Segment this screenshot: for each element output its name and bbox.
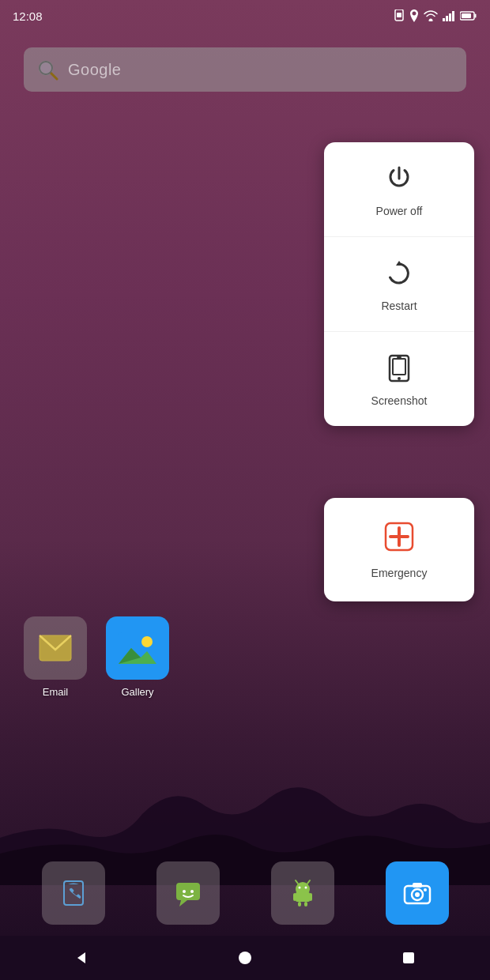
android-dock-icon[interactable] xyxy=(271,861,334,925)
search-icon xyxy=(35,57,60,82)
svg-rect-46 xyxy=(403,952,414,963)
restart-label: Restart xyxy=(381,300,416,312)
gallery-icon-box xyxy=(106,616,169,680)
messages-dock-icon[interactable] xyxy=(156,861,220,925)
svg-line-10 xyxy=(51,73,57,79)
power-icon xyxy=(385,164,413,197)
status-time: 12:08 xyxy=(13,9,43,23)
svg-line-34 xyxy=(307,880,310,884)
emergency-icon xyxy=(384,522,414,557)
emergency-label: Emergency xyxy=(371,567,428,579)
svg-rect-38 xyxy=(304,902,307,906)
svg-point-31 xyxy=(298,887,300,889)
svg-rect-30 xyxy=(296,892,310,902)
dock xyxy=(0,854,490,933)
svg-point-11 xyxy=(40,62,52,74)
location-icon xyxy=(409,9,419,22)
emergency-button[interactable]: Emergency xyxy=(324,498,474,601)
screenshot-icon xyxy=(386,354,412,386)
svg-rect-3 xyxy=(446,16,448,21)
svg-point-27 xyxy=(183,890,186,893)
recents-button[interactable] xyxy=(393,942,424,974)
signal-icon xyxy=(443,10,455,21)
restart-icon xyxy=(385,259,413,292)
svg-point-28 xyxy=(190,890,194,893)
wifi-icon xyxy=(424,10,438,21)
home-apps: Email Gallery xyxy=(24,616,169,698)
power-menu-top-card: Power off Restart Screenshot xyxy=(324,142,474,426)
svg-rect-2 xyxy=(443,18,445,21)
power-off-label: Power off xyxy=(376,205,423,217)
power-off-button[interactable]: Power off xyxy=(324,142,474,237)
restart-button[interactable]: Restart xyxy=(324,237,474,332)
sim-icon xyxy=(394,9,405,22)
svg-point-32 xyxy=(304,887,307,889)
email-icon-box xyxy=(24,616,87,680)
svg-point-41 xyxy=(415,892,420,897)
gallery-label: Gallery xyxy=(121,686,153,698)
svg-line-33 xyxy=(296,880,298,884)
svg-marker-44 xyxy=(77,952,85,963)
status-icons xyxy=(394,9,477,22)
gallery-app[interactable]: Gallery xyxy=(106,616,169,698)
power-menu-emergency-card: Emergency xyxy=(324,498,474,601)
svg-rect-36 xyxy=(309,893,312,901)
svg-rect-35 xyxy=(293,893,296,901)
svg-rect-8 xyxy=(462,13,471,18)
nav-bar xyxy=(0,936,490,980)
svg-rect-42 xyxy=(413,883,422,888)
search-bar[interactable]: Google xyxy=(24,47,466,92)
screenshot-label: Screenshot xyxy=(371,394,428,407)
search-placeholder: Google xyxy=(68,61,122,79)
phone-dock-icon[interactable] xyxy=(42,861,105,925)
svg-point-15 xyxy=(398,377,401,380)
svg-rect-14 xyxy=(393,359,405,375)
screenshot-button[interactable]: Screenshot xyxy=(324,332,474,426)
svg-rect-5 xyxy=(452,11,454,21)
svg-rect-1 xyxy=(397,13,401,17)
svg-point-22 xyxy=(141,636,153,647)
email-label: Email xyxy=(43,686,69,698)
svg-point-43 xyxy=(424,888,427,891)
status-bar: 12:08 xyxy=(0,0,490,32)
svg-rect-4 xyxy=(449,13,451,21)
battery-icon xyxy=(460,11,477,21)
svg-marker-26 xyxy=(179,900,187,906)
back-button[interactable] xyxy=(66,942,97,974)
svg-rect-37 xyxy=(298,902,301,906)
svg-point-45 xyxy=(239,952,251,964)
home-button[interactable] xyxy=(229,942,261,974)
svg-rect-7 xyxy=(475,14,477,18)
camera-dock-icon[interactable] xyxy=(386,861,449,925)
email-app[interactable]: Email xyxy=(24,616,87,698)
